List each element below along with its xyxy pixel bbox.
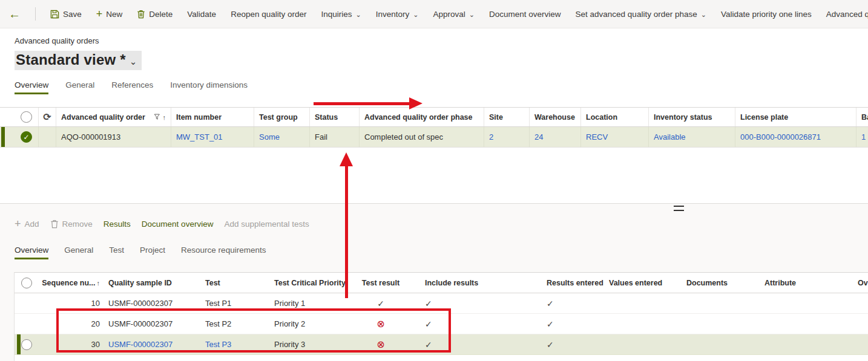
- tab-overview[interactable]: Overview: [15, 80, 48, 93]
- cell-overall[interactable]: [848, 334, 868, 354]
- tab-lines-test[interactable]: Test: [109, 246, 124, 258]
- cell-results-entered[interactable]: ✓: [539, 334, 606, 354]
- cell-status[interactable]: Fail: [310, 127, 360, 147]
- cell-test[interactable]: Test P1: [205, 293, 274, 313]
- cell-attribute[interactable]: [757, 293, 848, 313]
- refresh-icon[interactable]: ⟳: [43, 112, 51, 122]
- cell-location[interactable]: RECV: [581, 127, 649, 147]
- col-attribute[interactable]: Attribute: [757, 273, 848, 293]
- cell-test-result[interactable]: ⊗: [357, 314, 405, 334]
- select-all-checkbox[interactable]: [21, 111, 32, 123]
- validate-button[interactable]: Validate: [187, 10, 216, 19]
- tab-lines-resource-requirements[interactable]: Resource requirements: [181, 246, 266, 258]
- approval-menu[interactable]: Approval ⌄: [433, 10, 475, 19]
- cell-sequence-number[interactable]: 10: [38, 293, 101, 313]
- inventory-status-link[interactable]: Available: [654, 132, 686, 141]
- cell-overall[interactable]: [848, 293, 868, 313]
- col-values-entered[interactable]: Values entered: [606, 273, 679, 293]
- cell-results-entered[interactable]: ✓: [539, 293, 606, 313]
- col-item-number[interactable]: Item number: [171, 108, 254, 126]
- tab-lines-general[interactable]: General: [64, 246, 93, 258]
- cell-inventory-status[interactable]: Available: [649, 127, 735, 147]
- warehouse-link[interactable]: 24: [534, 132, 543, 141]
- cell-include-results[interactable]: ✓: [405, 314, 539, 334]
- results-button[interactable]: Results: [104, 220, 131, 229]
- col-documents[interactable]: Documents: [679, 273, 757, 293]
- cell-test[interactable]: Test P2: [205, 314, 274, 334]
- tab-references[interactable]: References: [111, 80, 153, 93]
- col-location[interactable]: Location: [581, 108, 649, 126]
- cell-quality-sample-id[interactable]: USMF-000002307: [101, 293, 205, 313]
- orders-grid-row-selected[interactable]: ✓ AQO-000001913 MW_TST_01 Some Fail Comp…: [0, 127, 868, 148]
- cell-warehouse[interactable]: 24: [530, 127, 581, 147]
- col-warehouse[interactable]: Warehouse: [530, 108, 581, 126]
- advanced-quality-truncated-button[interactable]: Advanced qu: [826, 10, 868, 19]
- tab-lines-overview[interactable]: Overview: [15, 246, 48, 258]
- cell-include-results[interactable]: ✓: [405, 293, 539, 313]
- cell-test-result[interactable]: ⊗: [357, 334, 405, 354]
- cell-values-entered[interactable]: [606, 293, 679, 313]
- col-phase[interactable]: Advanced quality order phase: [360, 108, 484, 126]
- view-selector[interactable]: Standard view * ⌄: [15, 51, 142, 70]
- col-status[interactable]: Status: [310, 108, 360, 126]
- cell-sequence-number[interactable]: 20: [38, 314, 101, 334]
- cell-test-critical-priority[interactable]: Priority 2: [274, 314, 357, 334]
- col-include-results[interactable]: Include results: [405, 273, 539, 293]
- cell-values-entered[interactable]: [606, 334, 679, 354]
- cell-site[interactable]: 2: [484, 127, 530, 147]
- cell-documents[interactable]: [679, 334, 757, 354]
- col-license-plate[interactable]: License plate: [735, 108, 856, 126]
- cell-attribute[interactable]: [757, 314, 848, 334]
- batch-link[interactable]: 1: [861, 132, 866, 141]
- reopen-quality-order-button[interactable]: Reopen quality order: [231, 10, 306, 19]
- cell-quality-sample-id[interactable]: USMF-000002307: [101, 314, 205, 334]
- remove-button-disabled[interactable]: Remove: [50, 220, 93, 229]
- cell-documents[interactable]: [679, 314, 757, 334]
- inventory-menu[interactable]: Inventory ⌄: [376, 10, 419, 19]
- location-link[interactable]: RECV: [586, 132, 608, 141]
- cell-advanced-quality-order[interactable]: AQO-000001913: [56, 127, 171, 147]
- col-overall[interactable]: Ov: [848, 273, 868, 293]
- add-supplemental-tests-button-disabled[interactable]: Add supplemental tests: [224, 220, 309, 229]
- col-batch[interactable]: Ba: [856, 108, 868, 126]
- col-quality-sample-id[interactable]: Quality sample ID: [101, 273, 205, 293]
- tests-grid-row-3-selected[interactable]: 30 USMF-000002307 Test P3 Priority 3 ⊗ ✓…: [15, 334, 868, 355]
- validate-priority-one-lines-button[interactable]: Validate priority one lines: [721, 10, 812, 19]
- cell-include-results[interactable]: ✓: [405, 334, 539, 354]
- cell-phase[interactable]: Completed out of spec: [360, 127, 484, 147]
- cell-quality-sample-id[interactable]: USMF-000002307: [101, 334, 205, 354]
- cell-test[interactable]: Test P3: [205, 334, 274, 354]
- cell-batch[interactable]: 1: [856, 127, 868, 147]
- col-advanced-quality-order[interactable]: Advanced quality order ↑: [56, 108, 171, 126]
- filter-sort-icon[interactable]: ↑: [154, 113, 166, 121]
- add-button-disabled[interactable]: + Add: [15, 218, 39, 229]
- row-checkbox-checked[interactable]: ✓: [21, 131, 32, 143]
- delete-button[interactable]: Delete: [137, 10, 173, 19]
- cell-test-group[interactable]: Some: [254, 127, 310, 147]
- select-all-checkbox[interactable]: [21, 278, 32, 288]
- col-inventory-status[interactable]: Inventory status: [649, 108, 735, 126]
- site-link[interactable]: 2: [489, 132, 493, 141]
- tab-inventory-dimensions[interactable]: Inventory dimensions: [170, 80, 248, 93]
- inquiries-menu[interactable]: Inquiries ⌄: [321, 10, 361, 19]
- col-test-critical-priority[interactable]: Test Critical Priority: [274, 273, 357, 293]
- document-overview-button[interactable]: Document overview: [489, 10, 561, 19]
- col-test-result[interactable]: Test result: [357, 273, 405, 293]
- splitter-grip[interactable]: [674, 206, 684, 211]
- cell-sequence-number[interactable]: 30: [38, 334, 101, 354]
- col-test[interactable]: Test: [205, 273, 274, 293]
- new-button[interactable]: + New: [96, 8, 123, 19]
- test-link[interactable]: Test P3: [205, 340, 231, 349]
- cell-overall[interactable]: [848, 314, 868, 334]
- tab-general[interactable]: General: [65, 80, 94, 93]
- cell-attribute[interactable]: [757, 334, 848, 354]
- cell-test-critical-priority[interactable]: Priority 3: [274, 334, 357, 354]
- item-number-link[interactable]: MW_TST_01: [176, 132, 223, 141]
- save-button[interactable]: Save: [50, 10, 82, 19]
- col-results-entered[interactable]: Results entered: [539, 273, 606, 293]
- row-checkbox[interactable]: [21, 339, 32, 350]
- col-site[interactable]: Site: [484, 108, 530, 126]
- quality-sample-id-link[interactable]: USMF-000002307: [108, 340, 173, 349]
- col-sequence-number[interactable]: Sequence nu... ↑: [38, 273, 101, 293]
- back-button[interactable]: ←: [8, 8, 21, 20]
